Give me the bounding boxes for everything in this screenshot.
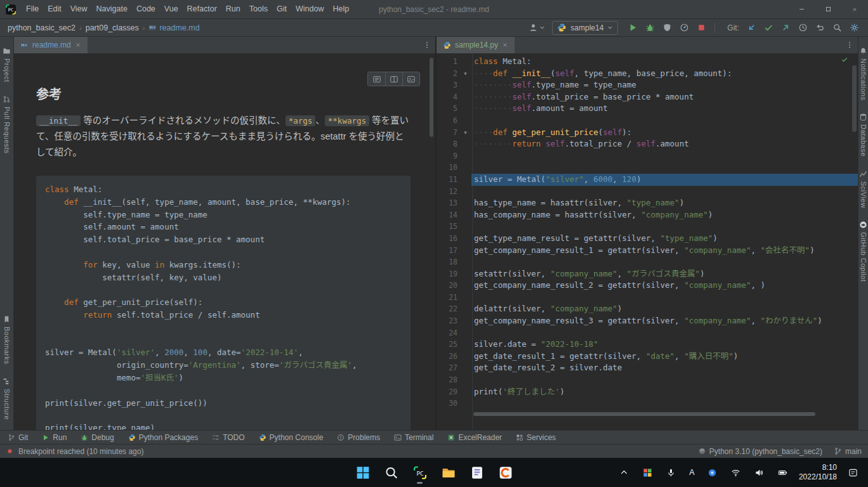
close-button[interactable] — [841, 0, 868, 18]
menu-tools[interactable]: Tools — [245, 0, 272, 18]
taskbar-button-win-search[interactable] — [379, 460, 404, 485]
code-line[interactable]: 2▾····def __init__(self, type_name, base… — [437, 68, 858, 80]
code-line[interactable]: 11silver = Metal("silver", 6000, 120) — [437, 174, 858, 186]
taskbar-button-win-start[interactable] — [350, 460, 376, 485]
layout-split-button[interactable] — [385, 72, 402, 86]
tray-app-button[interactable] — [640, 465, 655, 479]
debug-button[interactable] — [642, 21, 657, 35]
tab-options-icon[interactable] — [419, 37, 435, 53]
tool-window-button-pull-requests[interactable]: Pull Requests — [3, 89, 11, 160]
code-line[interactable]: 16get_type_name_result = getattr(silver,… — [437, 233, 858, 245]
line-number[interactable]: 10 — [437, 162, 459, 174]
code-line[interactable]: 21 — [437, 292, 858, 304]
line-number[interactable]: 2 — [437, 68, 459, 80]
tool-window-button-project[interactable]: Project — [3, 41, 11, 89]
line-number[interactable]: 30 — [437, 398, 459, 410]
tool-window-button-excelreader[interactable]: ExcelReader — [447, 433, 502, 442]
code-line[interactable]: 15 — [437, 221, 858, 233]
menu-navigate[interactable]: Navigate — [92, 0, 132, 18]
menu-code[interactable]: Code — [132, 0, 160, 18]
tool-window-button-problems[interactable]: Problems — [337, 433, 380, 442]
profile-button[interactable] — [529, 21, 545, 35]
line-number[interactable]: 14 — [437, 209, 459, 221]
tool-window-button-terminal[interactable]: Terminal — [394, 433, 433, 442]
menu-git[interactable]: Git — [272, 0, 291, 18]
tool-window-button-bookmarks[interactable]: Bookmarks — [3, 309, 11, 371]
tray-chevron-button[interactable] — [617, 465, 632, 479]
volume-button[interactable] — [752, 465, 767, 479]
code-line[interactable]: 27get_date_result_2 = silver.date — [437, 362, 858, 374]
push-button[interactable] — [778, 21, 793, 35]
tool-window-button-debug[interactable]: Debug — [81, 433, 114, 442]
code-line[interactable]: 29print('終了しました') — [437, 386, 858, 398]
code-line[interactable]: 13has_type_name = hasattr(silver, "type_… — [437, 197, 858, 209]
mic-button[interactable] — [664, 465, 679, 479]
scrollbar-thumb[interactable] — [473, 412, 815, 416]
run-button[interactable] — [625, 21, 640, 35]
code-line[interactable]: 4········self.total_price = base_price *… — [437, 91, 858, 103]
breadcrumb-readme-md[interactable]: readme.md — [147, 23, 201, 32]
code-line[interactable]: 28 — [437, 374, 858, 386]
ime-mode-indicator[interactable]: A — [687, 468, 697, 477]
tool-window-button-database[interactable]: Database — [859, 107, 867, 163]
line-number[interactable]: 29 — [437, 386, 459, 398]
tool-window-button-services[interactable]: Services — [516, 433, 556, 442]
code-line[interactable]: 19setattr(silver, "company_name", "ガラパゴス… — [437, 268, 858, 280]
fold-marker[interactable]: ▾ — [459, 127, 471, 139]
code-line[interactable]: 14has_company_name = hasattr(silver, "co… — [437, 209, 858, 221]
tab-options-icon[interactable] — [841, 37, 858, 53]
code-line[interactable]: 9 — [437, 150, 858, 162]
code-line[interactable]: 7▾····def get_per_unit_price(self): — [437, 127, 858, 139]
status-message[interactable]: Breakpoint reached (10 minutes ago) — [18, 447, 143, 456]
line-number[interactable]: 13 — [437, 197, 459, 209]
tool-window-button-git[interactable]: Git — [8, 433, 28, 442]
tab-sample14-py[interactable]: sample14.py — [437, 37, 515, 53]
inspection-ok-icon[interactable] — [841, 56, 848, 63]
update-button[interactable] — [744, 21, 759, 35]
code-editor[interactable]: 1class Metal:2▾····def __init__(self, ty… — [437, 54, 858, 430]
settings-button[interactable] — [846, 21, 862, 35]
line-number[interactable]: 15 — [437, 221, 459, 233]
taskbar-button-notes-app[interactable] — [464, 460, 490, 485]
wifi-button[interactable] — [728, 465, 744, 479]
menu-file[interactable]: File — [22, 0, 43, 18]
tool-window-button-sciview[interactable]: SciView — [859, 164, 867, 214]
code-line[interactable]: 30 — [437, 398, 858, 410]
rollback-button[interactable] — [812, 21, 827, 35]
code-line[interactable]: 18 — [437, 256, 858, 268]
editor-horizontal-scrollbar[interactable] — [473, 412, 841, 416]
tool-window-button-run[interactable]: Run — [42, 433, 67, 442]
close-tab-icon[interactable] — [502, 42, 508, 48]
editor-vertical-scrollbar[interactable] — [852, 65, 857, 132]
taskbar-clock[interactable]: 8:102022/10/18 — [799, 463, 837, 482]
python-interpreter-widget[interactable]: Python 3.10 (python_basic_sec2) — [698, 447, 822, 456]
coverage-button[interactable] — [659, 21, 674, 35]
tool-window-button-github-copilot[interactable]: GitHub Copilot — [859, 214, 867, 289]
code-line[interactable]: 26get_date_result_1 = getattr(silver, "d… — [437, 351, 858, 363]
taskbar-button-pycharm[interactable]: PC — [407, 460, 433, 485]
code-line[interactable]: 25silver.date = "2022-10-18" — [437, 339, 858, 351]
stop-button[interactable] — [694, 21, 709, 35]
menu-view[interactable]: View — [66, 0, 92, 18]
menu-window[interactable]: Window — [291, 0, 328, 18]
breadcrumb-python-basic-sec2[interactable]: python_basic_sec2 — [6, 23, 77, 32]
menu-refactor[interactable]: Refactor — [183, 0, 221, 18]
menu-vue[interactable]: Vue — [160, 0, 183, 18]
fold-marker[interactable]: ▾ — [459, 68, 471, 80]
code-line[interactable]: 8········return self.total_price / self.… — [437, 138, 858, 150]
menu-help[interactable]: Help — [328, 0, 353, 18]
run-configuration-select[interactable]: sample14 — [552, 21, 618, 35]
line-number[interactable]: 25 — [437, 339, 459, 351]
line-number[interactable]: 19 — [437, 268, 459, 280]
line-number[interactable]: 4 — [437, 91, 459, 103]
tab-readme-md[interactable]: readme.md — [14, 37, 88, 53]
tool-window-button-python-packages[interactable]: Python Packages — [128, 433, 198, 442]
line-number[interactable]: 18 — [437, 256, 459, 268]
close-tab-icon[interactable] — [75, 42, 81, 48]
maximize-button[interactable] — [815, 0, 841, 18]
search-button[interactable] — [829, 21, 845, 35]
line-number[interactable]: 1 — [437, 56, 459, 68]
line-number[interactable]: 23 — [437, 315, 459, 327]
notification-center-button[interactable] — [845, 465, 860, 479]
layout-preview-button[interactable] — [402, 72, 419, 86]
